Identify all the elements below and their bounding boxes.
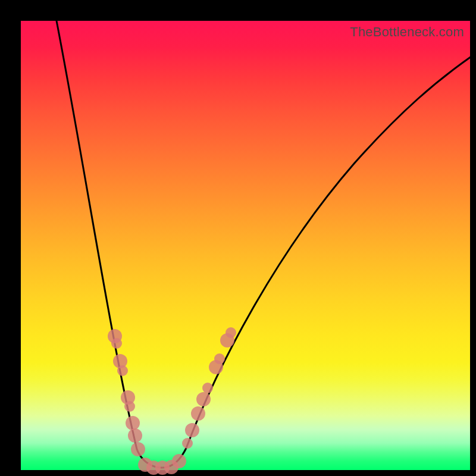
data-marker: [191, 406, 205, 421]
data-marker: [172, 454, 186, 468]
data-marker: [185, 423, 199, 437]
chart-svg: [21, 21, 470, 470]
bottleneck-curve: [57, 21, 471, 468]
data-markers: [108, 327, 236, 475]
data-marker: [111, 338, 122, 349]
data-marker: [124, 401, 135, 412]
data-marker: [182, 438, 193, 449]
data-marker: [131, 442, 145, 456]
data-marker: [196, 392, 211, 406]
plot-area: TheBottleneck.com: [21, 21, 470, 470]
data-marker: [128, 428, 142, 443]
data-marker: [214, 353, 225, 364]
chart-container: TheBottleneck.com: [0, 0, 476, 476]
data-marker: [117, 365, 128, 376]
data-marker: [126, 416, 140, 430]
data-marker: [226, 327, 236, 338]
data-marker: [202, 383, 213, 393]
